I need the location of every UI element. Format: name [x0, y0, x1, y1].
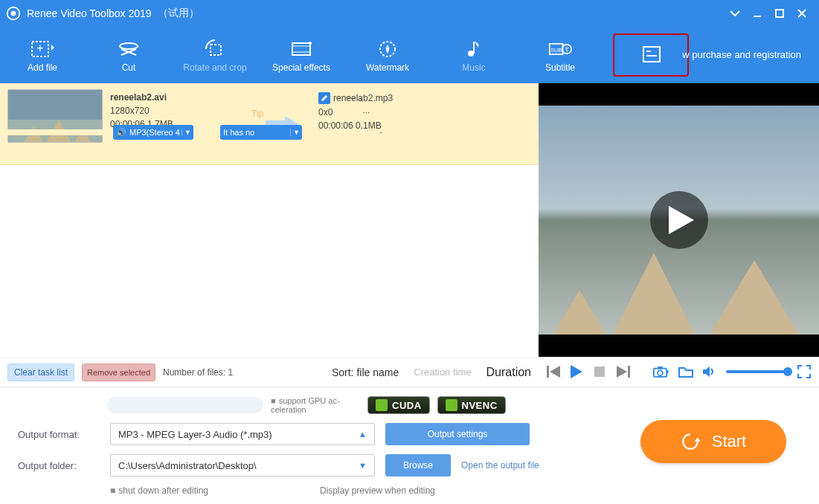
subtitle-icon: SUBT	[548, 37, 572, 61]
chevron-down-icon: ▼	[182, 129, 193, 136]
effects-icon	[289, 37, 313, 61]
volume-button[interactable]	[702, 364, 716, 380]
output-folder-dropdown[interactable]: C:\Users\Administrator\Desktop\ ▼	[110, 454, 375, 476]
svg-rect-34	[547, 366, 549, 378]
app-title: Renee Video Toolbox 2019	[27, 7, 152, 19]
tool-label: Subtitle	[545, 62, 575, 73]
edit-icon[interactable]	[318, 92, 330, 104]
open-output-file-button[interactable]: Open the output file	[461, 454, 539, 476]
shutdown-after-checkbox[interactable]: ■shut down after editing	[110, 485, 208, 496]
svg-text:SUB: SUB	[550, 48, 562, 54]
svg-point-1	[11, 11, 16, 16]
sort-by-filename[interactable]: Sort: file name	[332, 366, 399, 378]
watermark-button[interactable]: Watermark	[354, 31, 421, 79]
dest-dots: ···	[362, 107, 370, 117]
svg-rect-3	[776, 10, 783, 17]
browse-folder-button[interactable]: Browse	[385, 454, 451, 476]
output-format-value: MP3 - MPEG Layer-3 Audio (*.mp3)	[118, 429, 272, 440]
display-preview-checkbox[interactable]: Display preview when editing	[320, 485, 435, 496]
music-button[interactable]: Music	[440, 31, 507, 79]
registration-link[interactable]: w purchase and registration	[682, 49, 801, 60]
source-file-name: reneelab2.avi	[110, 92, 244, 103]
stop-button[interactable]	[593, 364, 607, 380]
dropdown-menu-icon[interactable]	[724, 2, 746, 25]
dest-dimensions: 0x0	[318, 107, 333, 117]
extra-column-dash: -	[329, 127, 433, 138]
sort-by-duration[interactable]: Duration	[486, 366, 531, 379]
minimize-button[interactable]	[746, 2, 768, 25]
main-area: reneelab2.avi 1280x720 00:00:06 1.7MB Ti…	[0, 83, 819, 357]
maximize-button[interactable]	[768, 2, 791, 25]
tool-label: Cut	[122, 62, 136, 73]
nvenc-badge: NVENC	[437, 396, 506, 414]
gpu-toggle[interactable]	[107, 397, 263, 413]
svg-point-17	[468, 51, 474, 56]
speaker-icon: 🔊	[116, 128, 126, 138]
sub-dd-value: It has no	[223, 128, 254, 137]
refresh-icon	[681, 432, 700, 451]
nvidia-chip-icon	[446, 399, 457, 411]
cut-button[interactable]: Cut	[95, 31, 162, 79]
sort-by-creation-time[interactable]: Creation time	[414, 366, 471, 378]
add-file-button[interactable]: + Add file	[9, 31, 76, 79]
tool-label: Special effects	[272, 62, 330, 73]
video-preview	[539, 83, 819, 357]
gpu-support-text: ■support GPU ac-celeration	[271, 396, 360, 414]
file-row[interactable]: reneelab2.avi 1280x720 00:00:06 1.7MB Ti…	[0, 83, 539, 165]
tool-label: Music	[462, 62, 485, 73]
svg-rect-23	[643, 47, 660, 62]
svg-marker-36	[571, 365, 582, 378]
subtitle-track-dropdown[interactable]: It has no ▼	[220, 125, 302, 140]
main-toolbar: + Add file Cut Rotate and crop Special e…	[0, 27, 819, 83]
output-location-button[interactable]	[613, 33, 689, 77]
title-bar: Renee Video Toolbox 2019 （试用）	[0, 0, 819, 27]
svg-point-41	[658, 370, 663, 375]
open-folder-button[interactable]	[678, 364, 693, 380]
next-track-button[interactable]	[616, 364, 630, 380]
list-action-bar: Clear task list Remove selected Number o…	[0, 357, 539, 387]
svg-rect-12	[292, 43, 310, 55]
output-format-dropdown[interactable]: MP3 - MPEG Layer-3 Audio (*.mp3) ▲	[110, 423, 375, 445]
prev-track-button[interactable]	[546, 364, 560, 380]
svg-point-8	[120, 43, 138, 49]
svg-rect-11	[211, 45, 221, 55]
svg-rect-39	[628, 366, 630, 378]
close-button[interactable]	[791, 2, 813, 25]
output-settings-button[interactable]: Output settings	[385, 423, 530, 445]
svg-marker-35	[550, 366, 560, 378]
rotate-crop-button[interactable]: Rotate and crop	[182, 31, 248, 79]
svg-rect-26	[8, 90, 103, 120]
remove-selected-button[interactable]: Remove selected	[82, 364, 155, 381]
svg-marker-33	[669, 206, 694, 234]
document-icon	[639, 42, 663, 66]
volume-slider[interactable]	[726, 370, 789, 373]
svg-point-15	[309, 42, 312, 45]
arrow-hint: Tip	[251, 109, 263, 119]
tool-label: Watermark	[366, 62, 409, 73]
preview-play-button[interactable]	[650, 191, 708, 249]
gpu-row: ■support GPU ac-celeration CUDA NVENC	[18, 396, 801, 414]
svg-marker-38	[617, 366, 627, 378]
special-effects-button[interactable]: Special effects	[268, 31, 335, 79]
nvidia-chip-icon	[376, 399, 388, 411]
play-button[interactable]	[569, 364, 583, 380]
app-logo-icon	[6, 6, 21, 21]
music-icon	[462, 37, 486, 61]
clear-task-list-button[interactable]: Clear task list	[7, 364, 74, 381]
snapshot-button[interactable]: ▾	[653, 364, 669, 380]
svg-rect-37	[594, 366, 605, 377]
tool-label: Rotate and crop	[183, 62, 246, 73]
file-count-label: Number of files: 1	[163, 367, 233, 378]
rotate-crop-icon	[203, 37, 227, 61]
svg-text:+: +	[36, 42, 43, 54]
fullscreen-button[interactable]	[797, 364, 812, 380]
file-row-dropdowns: 🔊MP3(Stereo 4 ▼ It has no ▼ -	[0, 129, 539, 135]
audio-track-dropdown[interactable]: 🔊MP3(Stereo 4 ▼	[113, 125, 193, 140]
dest-file-info: reneelab2.mp3 0x0 ··· 00:00:06 0.1MB	[318, 89, 531, 158]
cuda-badge: CUDA	[367, 396, 430, 414]
trial-suffix: （试用）	[158, 7, 199, 20]
dest-file-name: reneelab2.mp3	[333, 93, 393, 103]
start-button[interactable]: Start	[640, 420, 786, 463]
svg-rect-42	[658, 366, 663, 369]
subtitle-button[interactable]: SUBT Subtitle	[527, 31, 594, 79]
